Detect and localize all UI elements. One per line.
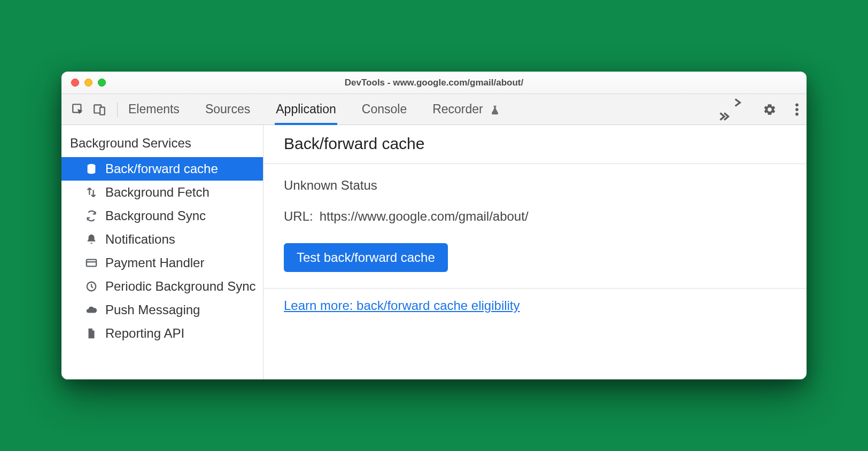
application-sidebar: Background Services Back/forward cache B… — [61, 125, 264, 379]
titlebar: DevTools - www.google.com/gmail/about/ — [61, 72, 807, 94]
devtools-window: DevTools - www.google.com/gmail/about/ E… — [61, 72, 807, 379]
devtools-tabs: Elements Sources Application Console Rec… — [128, 95, 500, 123]
maximize-window-button[interactable] — [98, 79, 106, 87]
sidebar-item-label: Payment Handler — [105, 255, 204, 270]
svg-point-5 — [795, 112, 799, 115]
sidebar-item-bf-cache[interactable]: Back/forward cache — [61, 157, 263, 181]
credit-card-icon — [85, 256, 98, 269]
sidebar-item-payment-handler[interactable]: Payment Handler — [61, 251, 263, 275]
status-text: Unknown Status — [284, 178, 786, 193]
bell-icon — [85, 233, 98, 246]
tab-console[interactable]: Console — [362, 95, 407, 123]
sidebar-item-background-sync[interactable]: Background Sync — [61, 204, 263, 228]
panel-title: Back/forward cache — [264, 125, 807, 164]
sidebar-item-label: Reporting API — [105, 326, 184, 341]
main-panel: Back/forward cache Unknown Status URL: h… — [264, 125, 807, 379]
svg-rect-7 — [87, 260, 96, 267]
sidebar-item-label: Background Fetch — [105, 185, 210, 200]
minimize-window-button[interactable] — [84, 79, 92, 87]
device-toggle-icon[interactable] — [90, 100, 108, 119]
sidebar-item-label: Back/forward cache — [105, 161, 218, 176]
kebab-menu-icon[interactable] — [795, 103, 799, 116]
document-icon — [85, 327, 98, 340]
url-label: URL: — [284, 209, 313, 224]
tab-sources[interactable]: Sources — [205, 95, 250, 123]
toolbar-separator — [117, 102, 118, 117]
sidebar-item-label: Periodic Background Sync — [105, 279, 255, 294]
sidebar-item-push-messaging[interactable]: Push Messaging — [61, 298, 263, 322]
tab-recorder-label: Recorder — [432, 102, 483, 116]
sidebar-section-title: Background Services — [61, 130, 263, 157]
database-icon — [85, 162, 98, 175]
sidebar-item-notifications[interactable]: Notifications — [61, 228, 263, 251]
url-row: URL: https://www.google.com/gmail/about/ — [284, 209, 786, 224]
toolbar-right — [731, 96, 799, 123]
sidebar-item-label: Push Messaging — [105, 302, 200, 317]
url-value: https://www.google.com/gmail/about/ — [320, 209, 529, 224]
panel-footer: Learn more: back/forward cache eligibili… — [264, 289, 807, 323]
devtools-toolbar: Elements Sources Application Console Rec… — [61, 94, 807, 125]
transfer-icon — [85, 186, 98, 199]
svg-point-3 — [795, 103, 799, 106]
learn-more-link[interactable]: Learn more: back/forward cache eligibili… — [284, 298, 520, 313]
sync-icon — [85, 209, 98, 222]
settings-icon[interactable] — [763, 103, 777, 116]
panel-body: Unknown Status URL: https://www.google.c… — [264, 164, 807, 289]
svg-point-4 — [795, 108, 799, 111]
svg-rect-2 — [100, 107, 105, 114]
clock-icon — [85, 280, 98, 293]
window-controls — [61, 79, 106, 87]
sidebar-item-label: Background Sync — [105, 208, 206, 223]
sidebar-item-reporting-api[interactable]: Reporting API — [61, 322, 263, 345]
more-tabs-icon[interactable] — [731, 96, 745, 123]
window-title: DevTools - www.google.com/gmail/about/ — [61, 77, 807, 88]
content-area: Background Services Back/forward cache B… — [61, 125, 807, 379]
tab-recorder[interactable]: Recorder — [432, 95, 500, 123]
tab-elements[interactable]: Elements — [128, 95, 180, 123]
sidebar-item-background-fetch[interactable]: Background Fetch — [61, 181, 263, 204]
flask-icon — [490, 105, 500, 115]
test-bf-cache-button[interactable]: Test back/forward cache — [284, 243, 448, 272]
sidebar-item-label: Notifications — [105, 232, 175, 247]
sidebar-item-periodic-sync[interactable]: Periodic Background Sync — [61, 275, 263, 298]
cloud-icon — [85, 304, 98, 316]
close-window-button[interactable] — [71, 79, 79, 87]
tab-application[interactable]: Application — [276, 95, 336, 123]
inspect-icon[interactable] — [69, 100, 87, 119]
